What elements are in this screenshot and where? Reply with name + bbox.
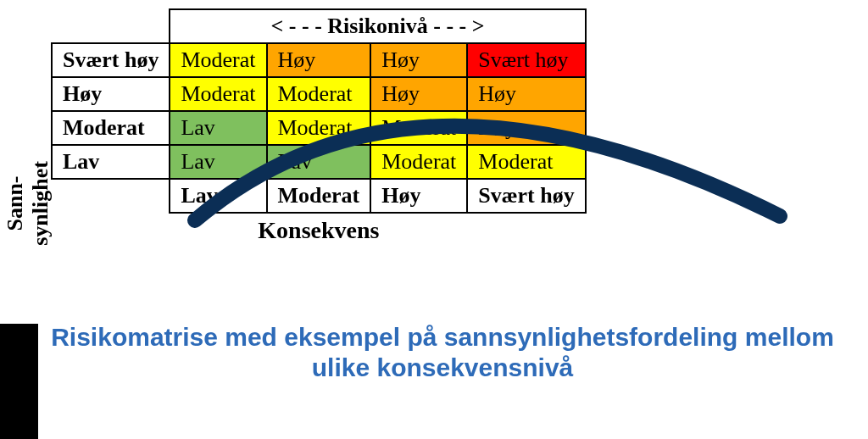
cell: Lav xyxy=(267,145,371,179)
cell: Lav xyxy=(170,145,266,179)
cell: Moderat xyxy=(467,145,585,179)
risk-level-header: < - - - Risikonivå - - - > xyxy=(170,9,585,43)
cell: Moderat xyxy=(267,111,371,145)
cell: Høy xyxy=(370,43,467,77)
row-label: Svært høy xyxy=(52,43,170,77)
cell: Svært høy xyxy=(467,43,585,77)
cell: Lav xyxy=(170,111,266,145)
cell: Moderat xyxy=(170,77,266,111)
cell: Moderat xyxy=(370,145,467,179)
row-label: Moderat xyxy=(52,111,170,145)
risk-diagram: Sann-synlighet < - - - Risikonivå - - - … xyxy=(0,0,868,439)
cell: Høy xyxy=(467,77,585,111)
risk-matrix-table: < - - - Risikonivå - - - > Svært høy Mod… xyxy=(51,8,587,214)
row-label: Høy xyxy=(52,77,170,111)
cell: Moderat xyxy=(170,43,266,77)
y-axis-label-text: Sann-synlighet xyxy=(3,161,53,246)
spacer xyxy=(52,179,170,213)
col-label: Moderat xyxy=(267,179,371,213)
x-axis-label: Konsekvens xyxy=(51,217,587,244)
cell: Høy xyxy=(267,43,371,77)
col-label: Lav xyxy=(170,179,266,213)
spacer xyxy=(52,9,170,43)
caption-line: Risikomatrise med eksempel på sannsynlig… xyxy=(51,323,834,351)
cell: Moderat xyxy=(370,111,467,145)
row-label: Lav xyxy=(52,145,170,179)
col-label: Svært høy xyxy=(467,179,585,213)
slide-edge-bar xyxy=(0,324,38,439)
cell: Høy xyxy=(370,77,467,111)
caption-line: ulike konsekvensnivå xyxy=(312,353,574,381)
cell: Moderat xyxy=(267,77,371,111)
matrix-wrap: < - - - Risikonivå - - - > Svært høy Mod… xyxy=(51,8,587,244)
col-label: Høy xyxy=(370,179,467,213)
cell: Høy xyxy=(467,111,585,145)
figure-caption: Risikomatrise med eksempel på sannsynlig… xyxy=(51,322,834,383)
